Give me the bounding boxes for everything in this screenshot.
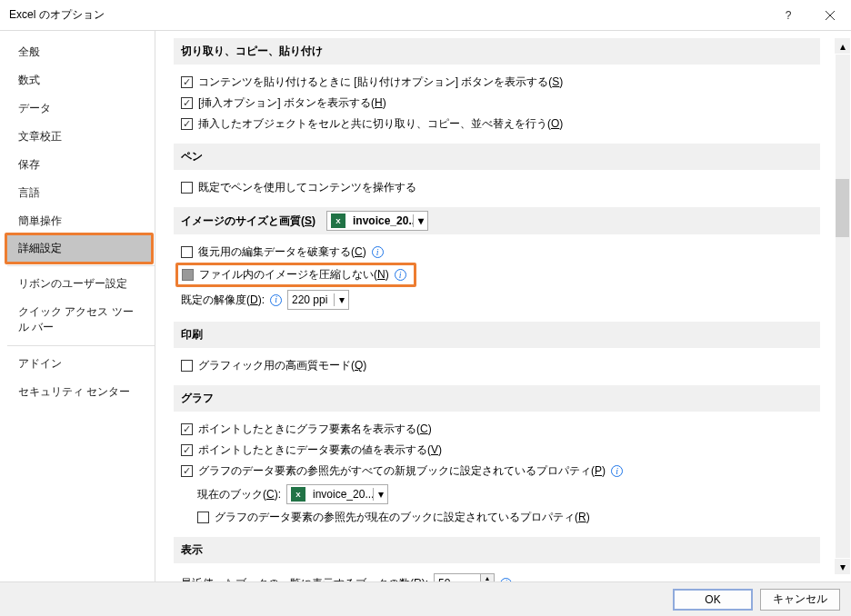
current-book-combo[interactable]: invoice_20...▾	[286, 484, 388, 504]
option-no-compress[interactable]: ファイル内のイメージを圧縮しない(N)	[174, 263, 820, 287]
info-icon[interactable]	[395, 269, 406, 281]
sidebar: 全般 数式 データ 文章校正 保存 言語 簡単操作 詳細設定 リボンのユーザー設…	[7, 31, 155, 581]
cancel-button[interactable]: キャンセル	[760, 589, 840, 611]
close-icon	[826, 11, 835, 20]
option-chart-names[interactable]: ポイントしたときにグラフ要素名を表示する(C)	[174, 419, 820, 440]
sidebar-item-formulas[interactable]: 数式	[7, 66, 155, 94]
sidebar-item-advanced[interactable]: 詳細設定	[7, 235, 151, 262]
ok-button[interactable]: OK	[673, 589, 753, 611]
section-header-image: イメージのサイズと画質(S) invoice_20...▾	[174, 207, 820, 234]
scroll-track[interactable]	[835, 54, 851, 559]
option-pen-default[interactable]: 既定でペンを使用してコンテンツを操作する	[174, 177, 820, 198]
vertical-scrollbar[interactable]: ▴ ▾	[835, 38, 851, 574]
section-header-pen: ペン	[174, 144, 820, 170]
help-button[interactable]: ?	[767, 0, 809, 31]
option-chart-curbook[interactable]: グラフのデータ要素の参照先が現在のブックに設定されているプロパティ(R)	[174, 507, 820, 528]
checkbox[interactable]	[197, 512, 209, 523]
image-workbook-combo[interactable]: invoice_20...▾	[326, 211, 428, 231]
sidebar-item-save[interactable]: 保存	[7, 151, 155, 179]
chevron-down-icon: ▾	[413, 214, 427, 227]
dialog-footer: OK キャンセル	[0, 581, 851, 616]
sidebar-item-advanced-highlight: 詳細設定	[5, 233, 154, 264]
resolution-combo[interactable]: 220 ppi▾	[287, 290, 349, 310]
current-book-row: 現在のブック(C): invoice_20...▾	[174, 482, 820, 507]
excel-icon	[291, 487, 305, 502]
info-icon[interactable]	[372, 246, 384, 258]
recent-books-row: 最近使ったブックの一覧に表示するブックの数(R): ▲▼	[174, 571, 820, 581]
checkbox[interactable]	[181, 423, 193, 435]
recent-count-input[interactable]	[435, 574, 480, 581]
excel-icon	[331, 214, 345, 228]
default-resolution-row: 既定の解像度(D): 220 ppi▾	[174, 287, 820, 313]
close-button[interactable]	[809, 0, 851, 31]
option-chart-newbook[interactable]: グラフのデータ要素の参照先がすべての新規ブックに設定されているプロパティ(P)	[174, 461, 820, 482]
scroll-down[interactable]: ▾	[835, 559, 850, 574]
sidebar-divider	[7, 345, 155, 346]
checkbox[interactable]	[181, 465, 193, 477]
option-hq-print[interactable]: グラフィック用の高画質モード(Q)	[174, 355, 820, 376]
checkbox[interactable]	[181, 182, 193, 194]
option-discard-edit[interactable]: 復元用の編集データを破棄する(C)	[174, 242, 820, 263]
scroll-thumb[interactable]	[836, 179, 849, 237]
info-icon[interactable]	[611, 465, 623, 477]
section-header-cut: 切り取り、コピー、貼り付け	[174, 38, 820, 65]
recent-count-spinner[interactable]: ▲▼	[434, 573, 495, 581]
checkbox[interactable]	[181, 118, 193, 130]
checkbox[interactable]	[181, 360, 193, 372]
window-title: Excel のオプション	[9, 7, 767, 23]
checkbox[interactable]	[181, 97, 193, 109]
sidebar-item-general[interactable]: 全般	[7, 38, 155, 66]
chevron-down-icon: ▾	[334, 293, 348, 306]
highlight-box: ファイル内のイメージを圧縮しない(N)	[175, 263, 416, 287]
sidebar-item-language[interactable]: 言語	[7, 179, 155, 207]
option-insert-button[interactable]: [挿入オプション] ボタンを表示する(H)	[174, 93, 820, 114]
sidebar-item-addins[interactable]: アドイン	[7, 350, 155, 378]
sidebar-item-trust[interactable]: セキュリティ センター	[7, 378, 155, 406]
sidebar-item-qat[interactable]: クイック アクセス ツール バー	[7, 298, 155, 342]
checkbox[interactable]	[181, 246, 193, 258]
sidebar-item-proofing[interactable]: 文章校正	[7, 123, 155, 151]
chevron-down-icon: ▾	[373, 488, 387, 501]
section-header-print: 印刷	[174, 322, 820, 348]
checkbox[interactable]	[181, 444, 193, 456]
section-header-display: 表示	[174, 537, 820, 563]
info-icon[interactable]	[270, 294, 282, 306]
sidebar-divider	[7, 265, 155, 266]
scroll-up[interactable]: ▴	[835, 38, 850, 54]
checkbox[interactable]	[181, 76, 193, 88]
spinner-up[interactable]: ▲	[481, 574, 494, 581]
sidebar-item-ribbon[interactable]: リボンのユーザー設定	[7, 270, 155, 298]
sidebar-item-accessibility[interactable]: 簡単操作	[7, 207, 155, 235]
option-paste-button[interactable]: コンテンツを貼り付けるときに [貼り付けオプション] ボタンを表示する(S)	[174, 72, 820, 93]
section-header-chart: グラフ	[174, 385, 820, 412]
sidebar-item-data[interactable]: データ	[7, 94, 155, 123]
option-cut-objects[interactable]: 挿入したオブジェクトをセルと共に切り取り、コピー、並べ替えを行う(O)	[174, 114, 820, 134]
title-bar: Excel のオプション ?	[0, 0, 851, 31]
checkbox[interactable]	[182, 269, 194, 281]
content-pane: 切り取り、コピー、貼り付け コンテンツを貼り付けるときに [貼り付けオプション]…	[155, 31, 851, 581]
option-chart-values[interactable]: ポイントしたときにデータ要素の値を表示する(V)	[174, 440, 820, 461]
